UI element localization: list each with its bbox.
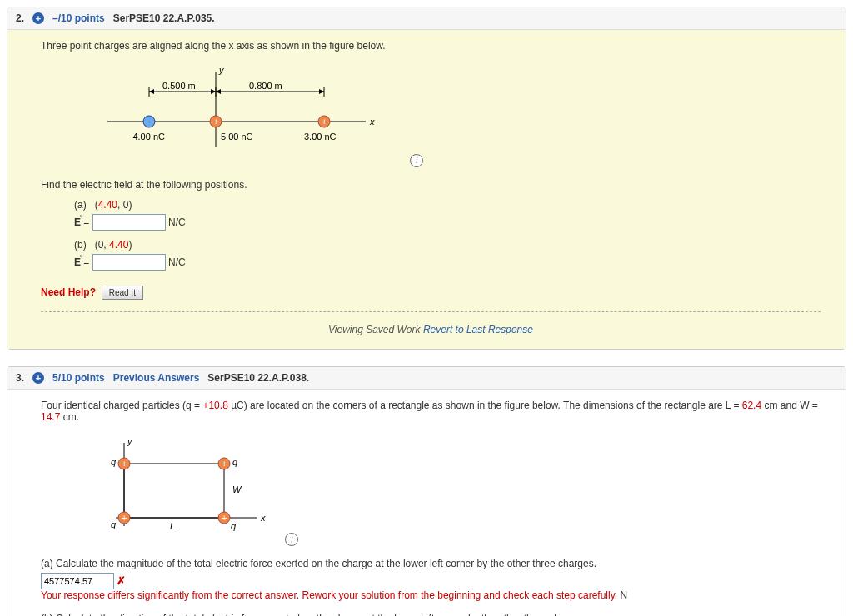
problem-serial: SerPSE10 22.A.P.038. <box>207 372 309 384</box>
part-a-xvalue: 4.40 <box>98 199 117 211</box>
part-b: (b) (0, 4.40) →E = N/C <box>74 239 821 271</box>
w-value: 14.7 <box>41 411 60 423</box>
svg-text:x: x <box>260 513 266 523</box>
answer-input-b[interactable] <box>92 254 166 271</box>
svg-marker-7 <box>149 89 154 94</box>
revert-row: Viewing Saved Work Revert to Last Respon… <box>41 324 821 335</box>
need-help-label: Need Help? <box>41 286 96 298</box>
svg-text:q: q <box>111 457 117 467</box>
answer-input-3a[interactable] <box>41 573 114 589</box>
question-header: 3. + 5/10 points Previous Answers SerPSE… <box>7 367 846 390</box>
error-message: Your response differs significantly from… <box>41 589 821 601</box>
intro-text: Four identical charged particles (q = +1… <box>41 400 821 423</box>
part-a: (a) (4.40, 0) →E = N/C <box>74 199 821 231</box>
question-2: 2. + –/10 points SerPSE10 22.A.P.035. Th… <box>7 7 846 350</box>
question-body: Three point charges are aligned along th… <box>7 30 846 349</box>
svg-text:+: + <box>122 513 127 523</box>
info-icon[interactable]: i <box>285 533 298 546</box>
y-axis-label: y <box>218 65 225 75</box>
points-label: 5/10 points <box>52 372 105 384</box>
points-label: –/10 points <box>52 12 105 24</box>
intro-text: Three point charges are aligned along th… <box>41 40 821 52</box>
unit-a: N/C <box>168 216 186 228</box>
answer-input-a[interactable] <box>92 214 166 231</box>
l-value: 62.4 <box>742 400 761 411</box>
read-it-button[interactable]: Read It <box>102 286 143 300</box>
svg-text:+: + <box>222 513 227 523</box>
find-text: Find the electric field at the following… <box>41 179 821 191</box>
svg-text:+: + <box>213 117 218 127</box>
svg-text:y: y <box>127 436 133 446</box>
svg-text:−: − <box>147 117 152 127</box>
question-header: 2. + –/10 points SerPSE10 22.A.P.035. <box>7 7 846 30</box>
info-icon[interactable]: i <box>410 154 423 167</box>
e-vector-label: →E <box>74 256 81 268</box>
expand-icon[interactable]: + <box>32 372 44 384</box>
question-number: 3. <box>16 372 24 384</box>
dist-2: 0.800 m <box>249 81 282 91</box>
e-vector-label: →E <box>74 216 81 228</box>
dist-1: 0.500 m <box>162 81 196 91</box>
problem-serial: SerPSE10 22.A.P.035. <box>113 12 215 24</box>
revert-link[interactable]: Revert to Last Response <box>423 324 533 335</box>
figure-q2: x y 0.500 m 0.800 m − + <box>91 63 821 167</box>
q-value: +10.8 <box>202 400 227 411</box>
svg-marker-10 <box>319 89 324 94</box>
charge-1: −4.00 nC <box>127 132 165 142</box>
charge-2: 5.00 nC <box>221 132 253 142</box>
part-b-text: (b) Calculate the direction of the total… <box>41 613 821 616</box>
question-number: 2. <box>16 12 24 24</box>
rectangle-diagram: y x + + + + q q q q L W <box>91 435 282 543</box>
unit-b: N/C <box>168 256 186 268</box>
previous-answers-link[interactable]: Previous Answers <box>113 372 200 384</box>
svg-text:L: L <box>170 521 175 531</box>
svg-text:+: + <box>122 459 127 469</box>
question-body: Four identical charged particles (q = +1… <box>7 390 846 617</box>
svg-text:W: W <box>232 484 242 494</box>
svg-rect-21 <box>124 464 224 518</box>
svg-marker-9 <box>216 89 221 94</box>
question-3: 3. + 5/10 points Previous Answers SerPSE… <box>7 366 846 617</box>
expand-icon[interactable]: + <box>32 12 44 24</box>
svg-text:q: q <box>232 457 238 467</box>
wrong-icon: ✗ <box>117 574 126 587</box>
x-axis-label: x <box>369 117 375 127</box>
svg-text:+: + <box>222 459 227 469</box>
svg-text:q: q <box>111 519 117 529</box>
svg-text:q: q <box>231 521 237 531</box>
part-b-yvalue: 4.40 <box>109 239 128 251</box>
charge-3: 3.00 nC <box>304 132 337 142</box>
svg-text:+: + <box>322 117 327 127</box>
svg-marker-8 <box>211 89 216 94</box>
figure-q3: y x + + + + q q q q L W i <box>91 435 821 547</box>
charge-diagram: x y 0.500 m 0.800 m − + <box>91 63 407 163</box>
part-a-text: (a) Calculate the magnitude of the total… <box>41 558 821 569</box>
